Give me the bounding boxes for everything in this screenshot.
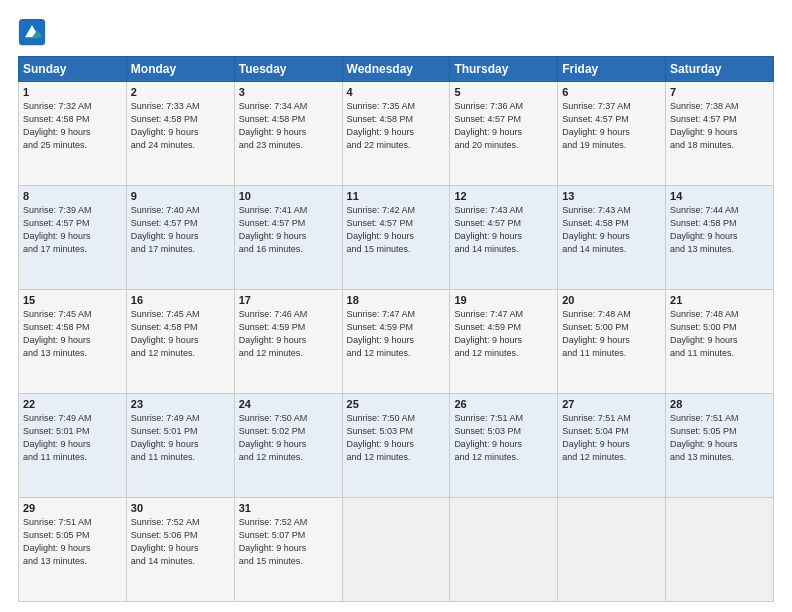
calendar-cell: 20Sunrise: 7:48 AM Sunset: 5:00 PM Dayli… [558, 290, 666, 394]
header-friday: Friday [558, 57, 666, 82]
calendar-cell [450, 498, 558, 602]
day-info: Sunrise: 7:45 AM Sunset: 4:58 PM Dayligh… [23, 308, 122, 360]
day-info: Sunrise: 7:44 AM Sunset: 4:58 PM Dayligh… [670, 204, 769, 256]
day-info: Sunrise: 7:51 AM Sunset: 5:05 PM Dayligh… [23, 516, 122, 568]
day-number: 28 [670, 398, 769, 410]
day-number: 29 [23, 502, 122, 514]
calendar-cell [558, 498, 666, 602]
calendar-cell: 13Sunrise: 7:43 AM Sunset: 4:58 PM Dayli… [558, 186, 666, 290]
day-info: Sunrise: 7:50 AM Sunset: 5:02 PM Dayligh… [239, 412, 338, 464]
day-number: 21 [670, 294, 769, 306]
day-info: Sunrise: 7:43 AM Sunset: 4:58 PM Dayligh… [562, 204, 661, 256]
day-number: 30 [131, 502, 230, 514]
day-number: 4 [347, 86, 446, 98]
day-info: Sunrise: 7:35 AM Sunset: 4:58 PM Dayligh… [347, 100, 446, 152]
day-number: 19 [454, 294, 553, 306]
day-info: Sunrise: 7:50 AM Sunset: 5:03 PM Dayligh… [347, 412, 446, 464]
calendar-cell: 19Sunrise: 7:47 AM Sunset: 4:59 PM Dayli… [450, 290, 558, 394]
day-info: Sunrise: 7:47 AM Sunset: 4:59 PM Dayligh… [454, 308, 553, 360]
day-number: 3 [239, 86, 338, 98]
day-number: 22 [23, 398, 122, 410]
header-thursday: Thursday [450, 57, 558, 82]
calendar-cell: 29Sunrise: 7:51 AM Sunset: 5:05 PM Dayli… [19, 498, 127, 602]
day-info: Sunrise: 7:32 AM Sunset: 4:58 PM Dayligh… [23, 100, 122, 152]
header-saturday: Saturday [666, 57, 774, 82]
day-number: 12 [454, 190, 553, 202]
header-sunday: Sunday [19, 57, 127, 82]
day-number: 2 [131, 86, 230, 98]
day-info: Sunrise: 7:45 AM Sunset: 4:58 PM Dayligh… [131, 308, 230, 360]
header-wednesday: Wednesday [342, 57, 450, 82]
day-number: 15 [23, 294, 122, 306]
calendar-cell: 18Sunrise: 7:47 AM Sunset: 4:59 PM Dayli… [342, 290, 450, 394]
calendar-cell: 7Sunrise: 7:38 AM Sunset: 4:57 PM Daylig… [666, 82, 774, 186]
day-info: Sunrise: 7:41 AM Sunset: 4:57 PM Dayligh… [239, 204, 338, 256]
day-info: Sunrise: 7:43 AM Sunset: 4:57 PM Dayligh… [454, 204, 553, 256]
calendar-cell: 27Sunrise: 7:51 AM Sunset: 5:04 PM Dayli… [558, 394, 666, 498]
day-number: 23 [131, 398, 230, 410]
day-number: 6 [562, 86, 661, 98]
calendar-week-1: 8Sunrise: 7:39 AM Sunset: 4:57 PM Daylig… [19, 186, 774, 290]
day-info: Sunrise: 7:51 AM Sunset: 5:04 PM Dayligh… [562, 412, 661, 464]
day-info: Sunrise: 7:52 AM Sunset: 5:06 PM Dayligh… [131, 516, 230, 568]
day-number: 14 [670, 190, 769, 202]
calendar-cell: 4Sunrise: 7:35 AM Sunset: 4:58 PM Daylig… [342, 82, 450, 186]
calendar-cell: 28Sunrise: 7:51 AM Sunset: 5:05 PM Dayli… [666, 394, 774, 498]
calendar-cell: 1Sunrise: 7:32 AM Sunset: 4:58 PM Daylig… [19, 82, 127, 186]
day-info: Sunrise: 7:39 AM Sunset: 4:57 PM Dayligh… [23, 204, 122, 256]
day-info: Sunrise: 7:33 AM Sunset: 4:58 PM Dayligh… [131, 100, 230, 152]
calendar-cell: 25Sunrise: 7:50 AM Sunset: 5:03 PM Dayli… [342, 394, 450, 498]
calendar-cell: 24Sunrise: 7:50 AM Sunset: 5:02 PM Dayli… [234, 394, 342, 498]
day-number: 27 [562, 398, 661, 410]
day-info: Sunrise: 7:47 AM Sunset: 4:59 PM Dayligh… [347, 308, 446, 360]
calendar-cell: 15Sunrise: 7:45 AM Sunset: 4:58 PM Dayli… [19, 290, 127, 394]
day-number: 11 [347, 190, 446, 202]
calendar-cell: 16Sunrise: 7:45 AM Sunset: 4:58 PM Dayli… [126, 290, 234, 394]
day-number: 1 [23, 86, 122, 98]
day-number: 7 [670, 86, 769, 98]
day-info: Sunrise: 7:48 AM Sunset: 5:00 PM Dayligh… [670, 308, 769, 360]
calendar-header-row: SundayMondayTuesdayWednesdayThursdayFrid… [19, 57, 774, 82]
header-tuesday: Tuesday [234, 57, 342, 82]
day-number: 31 [239, 502, 338, 514]
day-info: Sunrise: 7:37 AM Sunset: 4:57 PM Dayligh… [562, 100, 661, 152]
calendar-cell: 22Sunrise: 7:49 AM Sunset: 5:01 PM Dayli… [19, 394, 127, 498]
calendar-cell: 5Sunrise: 7:36 AM Sunset: 4:57 PM Daylig… [450, 82, 558, 186]
header-monday: Monday [126, 57, 234, 82]
calendar-cell [666, 498, 774, 602]
calendar-week-2: 15Sunrise: 7:45 AM Sunset: 4:58 PM Dayli… [19, 290, 774, 394]
day-number: 9 [131, 190, 230, 202]
calendar-cell: 14Sunrise: 7:44 AM Sunset: 4:58 PM Dayli… [666, 186, 774, 290]
day-info: Sunrise: 7:42 AM Sunset: 4:57 PM Dayligh… [347, 204, 446, 256]
day-info: Sunrise: 7:36 AM Sunset: 4:57 PM Dayligh… [454, 100, 553, 152]
day-number: 17 [239, 294, 338, 306]
calendar-cell: 26Sunrise: 7:51 AM Sunset: 5:03 PM Dayli… [450, 394, 558, 498]
day-info: Sunrise: 7:34 AM Sunset: 4:58 PM Dayligh… [239, 100, 338, 152]
calendar-cell: 12Sunrise: 7:43 AM Sunset: 4:57 PM Dayli… [450, 186, 558, 290]
calendar-cell: 10Sunrise: 7:41 AM Sunset: 4:57 PM Dayli… [234, 186, 342, 290]
day-number: 20 [562, 294, 661, 306]
day-info: Sunrise: 7:52 AM Sunset: 5:07 PM Dayligh… [239, 516, 338, 568]
logo [18, 18, 50, 46]
day-info: Sunrise: 7:38 AM Sunset: 4:57 PM Dayligh… [670, 100, 769, 152]
day-info: Sunrise: 7:51 AM Sunset: 5:05 PM Dayligh… [670, 412, 769, 464]
day-number: 25 [347, 398, 446, 410]
day-info: Sunrise: 7:46 AM Sunset: 4:59 PM Dayligh… [239, 308, 338, 360]
day-info: Sunrise: 7:51 AM Sunset: 5:03 PM Dayligh… [454, 412, 553, 464]
calendar-cell: 30Sunrise: 7:52 AM Sunset: 5:06 PM Dayli… [126, 498, 234, 602]
day-number: 8 [23, 190, 122, 202]
day-number: 13 [562, 190, 661, 202]
day-number: 26 [454, 398, 553, 410]
calendar-cell: 21Sunrise: 7:48 AM Sunset: 5:00 PM Dayli… [666, 290, 774, 394]
calendar-cell: 17Sunrise: 7:46 AM Sunset: 4:59 PM Dayli… [234, 290, 342, 394]
calendar-cell: 8Sunrise: 7:39 AM Sunset: 4:57 PM Daylig… [19, 186, 127, 290]
general-blue-icon [18, 18, 46, 46]
day-number: 16 [131, 294, 230, 306]
day-number: 10 [239, 190, 338, 202]
day-info: Sunrise: 7:40 AM Sunset: 4:57 PM Dayligh… [131, 204, 230, 256]
calendar-cell: 2Sunrise: 7:33 AM Sunset: 4:58 PM Daylig… [126, 82, 234, 186]
calendar-week-4: 29Sunrise: 7:51 AM Sunset: 5:05 PM Dayli… [19, 498, 774, 602]
day-number: 24 [239, 398, 338, 410]
calendar-cell: 23Sunrise: 7:49 AM Sunset: 5:01 PM Dayli… [126, 394, 234, 498]
calendar: SundayMondayTuesdayWednesdayThursdayFrid… [18, 56, 774, 602]
